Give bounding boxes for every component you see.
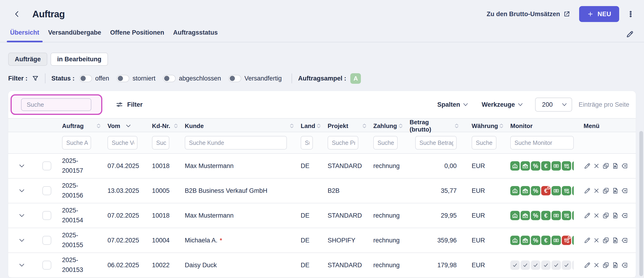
cancel-icon[interactable] (593, 212, 600, 219)
column-filter-input-land[interactable] (301, 136, 313, 150)
new-button[interactable]: NEU (579, 6, 619, 22)
header-cell-vom[interactable]: Vom (104, 119, 149, 133)
toggle-offen[interactable] (80, 75, 92, 82)
chevron-down-icon (562, 103, 567, 106)
pdf-icon[interactable] (612, 262, 619, 269)
edit-icon[interactable] (584, 212, 590, 219)
cancel-icon[interactable] (593, 262, 600, 269)
toggle-storniert[interactable] (116, 75, 129, 82)
sort-icon[interactable] (316, 123, 321, 128)
sort-icon[interactable] (398, 123, 403, 128)
copy-icon[interactable] (602, 162, 609, 169)
sort-icon[interactable] (499, 123, 504, 128)
table-filter-button[interactable]: Filter (116, 101, 142, 108)
row-checkbox[interactable] (42, 261, 51, 270)
header-cell-projekt[interactable]: Projekt (324, 119, 370, 133)
kebab-menu-icon[interactable] (627, 9, 634, 19)
column-filter-input-betrag[interactable] (415, 136, 457, 150)
row-checkbox[interactable] (42, 211, 51, 220)
row-expand-icon[interactable] (19, 189, 25, 193)
row-expand-icon[interactable] (19, 213, 25, 218)
sort-icon[interactable] (174, 123, 178, 128)
cancel-icon[interactable] (593, 237, 600, 244)
sort-icon[interactable] (454, 123, 459, 128)
back-icon[interactable] (13, 10, 21, 18)
tag-add-icon[interactable] (621, 162, 628, 169)
tab-offene-positionen[interactable]: Offene Positionen (107, 29, 168, 42)
sort-icon[interactable] (362, 123, 367, 128)
tab-versandübergabe[interactable]: Versandübergabe (45, 29, 105, 42)
toggle-abgeschlossen[interactable] (163, 75, 176, 82)
pdf-icon[interactable] (612, 162, 619, 169)
column-filter-input-waehrung[interactable] (472, 136, 496, 150)
edit-pencil-icon[interactable] (626, 30, 634, 38)
tag-add-icon[interactable] (621, 262, 628, 269)
tools-dropdown[interactable]: Werkzeuge (482, 101, 523, 108)
copy-icon[interactable] (602, 212, 609, 219)
tab-übersicht[interactable]: Übersicht (7, 29, 42, 42)
copy-icon[interactable] (602, 187, 609, 194)
sort-desc-icon[interactable] (126, 124, 131, 128)
column-label-auftrag: Auftrag (62, 122, 84, 130)
row-checkbox[interactable] (42, 186, 51, 195)
pdf-icon[interactable] (612, 237, 619, 244)
row-expand-icon[interactable] (19, 238, 25, 243)
page-size-select[interactable]: 200 (535, 98, 572, 112)
header-cell-waehrung[interactable]: Währung (466, 119, 507, 133)
monitor-check-badge (541, 261, 550, 270)
pdf-icon[interactable] (612, 212, 619, 219)
column-filter-input-kd[interactable] (152, 136, 169, 150)
toggle-versandfertig[interactable] (228, 75, 241, 82)
tab-auftragsstatus[interactable]: Auftragsstatus (170, 29, 221, 42)
search-input[interactable] (21, 98, 91, 111)
copy-icon[interactable] (602, 237, 609, 244)
view-chip-aufträge[interactable]: Aufträge (8, 53, 47, 66)
column-filter-input-monitor[interactable] (510, 136, 574, 150)
pdf-icon[interactable] (612, 187, 619, 194)
edit-icon[interactable] (584, 162, 590, 169)
cell-projekt: STANDARD (324, 203, 370, 228)
row-checkbox[interactable] (42, 161, 51, 170)
row-expand-icon[interactable] (19, 164, 25, 168)
header-cell-betrag[interactable]: Betrag (brutto) (406, 119, 466, 133)
edit-icon[interactable] (584, 262, 590, 269)
column-filter-input-projekt[interactable] (328, 136, 358, 150)
tag-add-icon[interactable] (621, 237, 628, 244)
view-chip-in-bearbeitung[interactable]: in Bearbeitung (50, 53, 108, 66)
cell-land (298, 179, 324, 203)
sort-icon[interactable] (96, 123, 101, 128)
tag-add-icon[interactable] (621, 187, 628, 194)
header-cell-auftrag[interactable]: Auftrag (58, 119, 104, 133)
header-cell-zahlung[interactable]: Zahlung (370, 119, 406, 133)
filter-cell-kd (149, 132, 182, 153)
column-filter-input-zahlung[interactable] (373, 136, 398, 150)
edit-icon[interactable] (584, 187, 590, 194)
new-button-label: NEU (598, 10, 611, 18)
tag-add-icon[interactable] (621, 212, 628, 219)
copy-icon[interactable] (602, 262, 609, 269)
sort-icon[interactable] (290, 123, 294, 128)
column-filter-input-auftrag[interactable] (62, 136, 91, 150)
vertical-scrollbar[interactable] (639, 131, 643, 276)
edit-icon[interactable] (584, 237, 590, 244)
column-filter-input-vom[interactable] (108, 136, 138, 150)
monitor-check-badge (562, 261, 571, 270)
percent-icon: % (533, 188, 538, 194)
cell-monitor (507, 253, 574, 277)
funnel-icon[interactable] (32, 75, 39, 82)
row-expand-icon[interactable] (19, 263, 25, 267)
cell-menu (574, 228, 636, 253)
auftragsampel-badge[interactable]: A (350, 73, 361, 84)
column-filter-input-kunde[interactable] (185, 136, 287, 150)
header-cell-kd[interactable]: Kd-Nr. (149, 119, 182, 133)
cancel-icon[interactable] (593, 187, 600, 194)
cancel-icon[interactable] (593, 162, 600, 169)
brutto-umsaetze-link[interactable]: Zu den Brutto-Umsätzen (487, 10, 570, 18)
monitor-check-badge (572, 261, 574, 270)
header-cell-land[interactable]: Land (298, 119, 324, 133)
header-cell-kunde[interactable]: Kunde (182, 119, 298, 133)
monitor-truck-badge (572, 186, 574, 195)
row-checkbox[interactable] (42, 236, 51, 245)
columns-dropdown[interactable]: Spalten (437, 101, 468, 108)
toggle-knob (118, 76, 123, 81)
